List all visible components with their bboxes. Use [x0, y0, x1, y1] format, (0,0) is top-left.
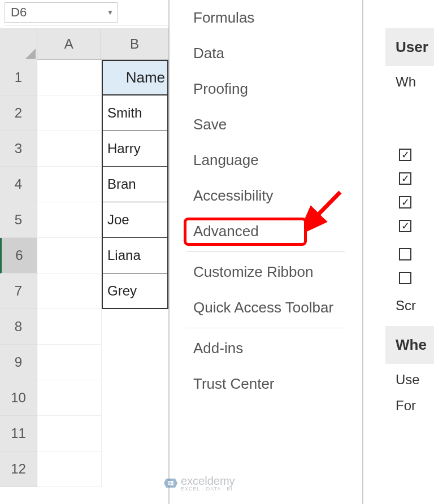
cell-a2[interactable] [37, 95, 102, 131]
row-11: 11 [0, 416, 168, 451]
options-categories-panel: Formulas Data Proofing Save Language Acc… [168, 0, 363, 504]
row-header-active[interactable]: 6 [0, 238, 37, 273]
select-all-corner[interactable] [0, 28, 37, 60]
column-headers: A B [0, 28, 168, 60]
watermark-sub: EXCEL · DATA · BI [181, 486, 235, 492]
row-header[interactable]: 7 [0, 273, 37, 309]
cell-a11[interactable] [37, 416, 102, 451]
row-2: 2 Smith [0, 95, 168, 131]
checkbox-6[interactable] [399, 272, 411, 284]
cell-a3[interactable] [37, 131, 102, 167]
options-detail-panel: User Wh Scr Whe Use For [385, 0, 434, 504]
row-4: 4 Bran [0, 167, 168, 202]
options-formulas[interactable]: Formulas [170, 0, 362, 36]
checkbox-row [385, 214, 434, 238]
col-header-b[interactable]: B [101, 28, 168, 59]
row-3: 3 Harry [0, 131, 168, 167]
chevron-down-icon[interactable]: ▼ [107, 8, 114, 16]
spreadsheet-icon [164, 477, 177, 489]
options-save[interactable]: Save [170, 107, 362, 142]
row-5: 5 Joe [0, 202, 168, 238]
divider [186, 251, 345, 252]
watermark: exceldemy EXCEL · DATA · BI [164, 475, 235, 492]
watermark-name: exceldemy [181, 475, 235, 487]
section-header-user: User [385, 28, 434, 66]
cell-b6[interactable]: Liana [102, 238, 168, 273]
checkbox-4[interactable] [399, 220, 411, 232]
options-language[interactable]: Language [170, 142, 362, 178]
cell-a12[interactable] [37, 451, 102, 487]
cell-b1-header[interactable]: Name [102, 60, 168, 95]
options-trust-center[interactable]: Trust Center [170, 366, 362, 402]
cell-a6[interactable] [37, 238, 102, 273]
row-9: 9 [0, 345, 168, 380]
row-7: 7 Grey [0, 273, 168, 309]
label-screen: Scr [385, 290, 434, 321]
name-box-value: D6 [11, 5, 27, 20]
row-1: 1 Name [0, 60, 168, 95]
row-header[interactable]: 9 [0, 345, 37, 380]
row-header[interactable]: 10 [0, 380, 37, 416]
row-header[interactable]: 11 [0, 416, 37, 451]
options-advanced[interactable]: Advanced [170, 214, 362, 249]
row-header[interactable]: 12 [0, 451, 37, 487]
row-10: 10 [0, 380, 168, 416]
checkbox-row [385, 190, 434, 214]
cell-a10[interactable] [37, 380, 102, 416]
cell-b3[interactable]: Harry [102, 131, 168, 167]
cell-a9[interactable] [37, 345, 102, 380]
cell-b5[interactable]: Joe [102, 202, 168, 238]
cell-b11[interactable] [102, 416, 168, 451]
checkbox-row [385, 143, 434, 167]
row-header[interactable]: 5 [0, 202, 37, 238]
options-accessibility[interactable]: Accessibility [170, 178, 362, 214]
row-header[interactable]: 8 [0, 309, 37, 345]
checkbox-1[interactable] [399, 149, 411, 161]
cell-b2[interactable]: Smith [102, 95, 168, 131]
checkbox-row [385, 167, 434, 190]
cell-b12[interactable] [102, 451, 168, 487]
row-header[interactable]: 2 [0, 95, 37, 131]
label-when: Wh [385, 66, 434, 98]
options-add-ins[interactable]: Add-ins [170, 331, 362, 366]
checkbox-2[interactable] [399, 172, 411, 185]
row-6: 6 Liana [0, 238, 168, 273]
row-8: 8 [0, 309, 168, 345]
checkbox-row [385, 266, 434, 290]
checkbox-3[interactable] [399, 196, 411, 208]
spreadsheet-grid: 1 Name 2 Smith 3 Harry 4 Bran 5 Joe 6 Li… [0, 60, 168, 487]
section-header-when: Whe [385, 326, 434, 364]
cell-a8[interactable] [37, 309, 102, 345]
label-use: Use [385, 364, 434, 396]
cell-b7[interactable]: Grey [102, 273, 168, 309]
col-header-a[interactable]: A [37, 28, 101, 59]
checkbox-5[interactable] [399, 248, 411, 260]
cell-a1[interactable] [37, 60, 102, 95]
checkbox-row [385, 238, 434, 266]
row-header[interactable]: 4 [0, 167, 37, 202]
cell-a5[interactable] [37, 202, 102, 238]
row-header[interactable]: 3 [0, 131, 37, 167]
row-header[interactable]: 1 [0, 60, 37, 95]
cell-a7[interactable] [37, 273, 102, 309]
cell-b9[interactable] [102, 345, 168, 380]
row-12: 12 [0, 451, 168, 487]
options-proofing[interactable]: Proofing [170, 71, 362, 107]
divider [186, 328, 345, 328]
options-quick-access-toolbar[interactable]: Quick Access Toolbar [170, 290, 362, 325]
options-data[interactable]: Data [170, 36, 362, 71]
cell-b10[interactable] [102, 380, 168, 416]
cell-b4[interactable]: Bran [102, 167, 168, 202]
options-customize-ribbon[interactable]: Customize Ribbon [170, 254, 362, 290]
cell-a4[interactable] [37, 167, 102, 202]
name-box[interactable]: D6 ▼ [5, 2, 118, 23]
cell-b8[interactable] [102, 309, 168, 345]
label-for: For [385, 396, 434, 422]
name-box-area: D6 ▼ [5, 0, 168, 25]
